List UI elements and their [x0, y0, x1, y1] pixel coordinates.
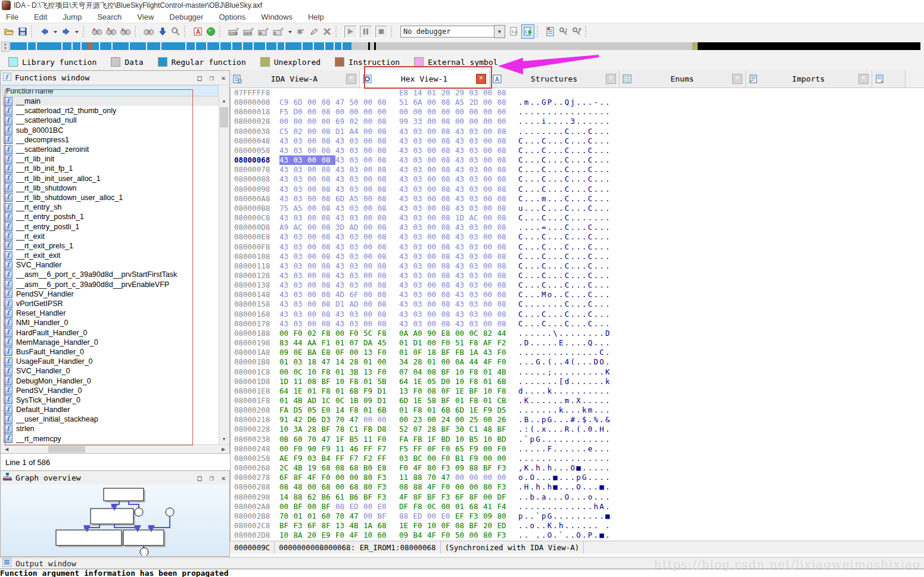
hex-byte[interactable]: 90 — [307, 444, 322, 454]
hex-byte[interactable]: 00 — [307, 213, 322, 223]
hex-byte[interactable]: 08 — [322, 98, 336, 107]
hex-byte[interactable]: 00 — [427, 252, 441, 261]
search-symbol-icon[interactable]: s — [170, 25, 182, 38]
hex-byte[interactable]: 00 — [307, 290, 322, 300]
hex-byte[interactable]: 43 — [399, 223, 413, 232]
hex-byte[interactable]: 08 — [378, 319, 392, 329]
hex-byte[interactable]: 03 — [294, 232, 308, 242]
hex-byte[interactable]: DA — [363, 338, 378, 348]
hex-byte[interactable]: 47 — [350, 511, 364, 521]
hex-byte[interactable]: 00 — [483, 223, 497, 232]
debug-pause-icon[interactable] — [359, 25, 372, 38]
hex-byte[interactable]: 03 — [413, 213, 428, 223]
hex-byte[interactable]: 3D — [335, 223, 350, 232]
hex-byte[interactable]: 03 — [350, 232, 364, 242]
hex-byte[interactable]: 04 — [413, 367, 428, 377]
hex-byte[interactable]: 00 — [363, 107, 378, 117]
hex-byte[interactable]: 41 — [483, 502, 497, 511]
hex-byte[interactable]: F0 — [497, 348, 512, 357]
hex-byte[interactable]: 00 — [335, 473, 350, 482]
hex-byte[interactable]: 08 — [322, 319, 336, 329]
hex-byte[interactable]: 10 — [455, 367, 469, 377]
hex-byte[interactable]: AF — [483, 338, 497, 348]
hex-byte[interactable]: 08 — [497, 261, 512, 271]
hex-byte[interactable]: 43 — [399, 146, 413, 155]
hex-byte[interactable]: 43 — [279, 155, 294, 165]
hex-byte[interactable]: 03 — [469, 194, 484, 204]
hex-byte[interactable]: 43 — [279, 280, 294, 290]
hex-byte[interactable]: 00 — [469, 117, 484, 126]
hex-byte[interactable]: 61 — [335, 492, 350, 502]
hex-byte[interactable]: 03 — [413, 194, 428, 204]
hex-byte[interactable]: 03 — [350, 165, 364, 174]
close-icon[interactable]: ✕ — [217, 474, 229, 482]
hex-byte[interactable]: D8 — [378, 425, 392, 434]
hex-byte[interactable]: 43 — [399, 271, 413, 280]
hex-byte[interactable]: 00 — [483, 271, 497, 280]
hex-byte[interactable]: A5 — [294, 204, 308, 213]
hex-byte[interactable]: 1B — [350, 396, 364, 406]
hex-byte[interactable]: 33 — [413, 117, 428, 126]
hex-byte[interactable]: 08 — [378, 223, 392, 232]
hex-byte[interactable]: 47 — [441, 473, 456, 482]
hex-byte[interactable]: 03 — [469, 146, 484, 155]
hex-byte[interactable]: FF — [363, 444, 378, 454]
hex-byte[interactable]: 00 — [307, 502, 322, 511]
hex-byte[interactable]: 03 — [307, 454, 322, 463]
hex-byte[interactable]: 48 — [294, 482, 308, 492]
hex-byte[interactable]: 43 — [279, 136, 294, 146]
hex-byte[interactable]: D0 — [441, 377, 456, 386]
hex-byte[interactable]: F0 — [294, 329, 308, 338]
hex-byte[interactable]: 08 — [378, 290, 392, 300]
hex-byte[interactable]: 43 — [399, 204, 413, 213]
hex-byte[interactable]: F2 — [497, 338, 512, 348]
hex-byte[interactable]: 8F — [413, 492, 428, 502]
function-list-item[interactable]: f__rt_lib_shutdown — [2, 183, 219, 193]
hex-byte[interactable]: 08 — [441, 223, 456, 232]
hex-byte[interactable]: 00 — [363, 146, 378, 155]
hex-byte[interactable]: 03 — [294, 319, 308, 329]
hex-byte[interactable]: 4F — [427, 482, 441, 492]
hex-byte[interactable]: 01 — [335, 386, 350, 396]
hex-byte[interactable]: 43 — [335, 155, 350, 165]
hex-byte[interactable]: 03 — [469, 290, 484, 300]
hex-byte[interactable]: 2C — [279, 463, 294, 473]
function-list-item[interactable]: f__rt_memcpy — [2, 434, 219, 444]
hex-byte[interactable]: 88 — [469, 463, 484, 473]
hex-byte[interactable]: 03 — [294, 155, 308, 165]
hex-byte[interactable]: F3 — [378, 473, 392, 482]
hex-byte[interactable]: 03 — [350, 174, 364, 184]
hex-byte[interactable]: F9 — [363, 386, 378, 396]
hex-byte[interactable]: 03 — [469, 271, 484, 280]
hex-byte[interactable]: 08 — [497, 98, 512, 107]
hex-byte[interactable]: 4F — [413, 463, 428, 473]
hex-byte[interactable]: 08 — [497, 319, 512, 329]
hex-byte[interactable]: 08 — [497, 223, 512, 232]
hex-byte[interactable]: 01 — [483, 367, 497, 377]
hex-byte[interactable]: 6F — [307, 521, 322, 531]
hex-byte[interactable]: 08 — [497, 88, 512, 98]
function-list-item[interactable]: f__rt_entry_postsh_1 — [2, 212, 219, 222]
hex-byte[interactable]: 18 — [427, 348, 441, 357]
hex-byte[interactable]: D1 — [413, 338, 428, 348]
hex-byte[interactable]: 3A — [294, 425, 308, 434]
hex-byte[interactable]: BF — [279, 521, 294, 531]
hex-byte[interactable]: BF — [441, 425, 456, 434]
hex-byte[interactable]: 03 — [413, 232, 428, 242]
hex-byte[interactable]: 28 — [307, 425, 322, 434]
function-list-item[interactable]: f__rt_exit_exit — [2, 251, 219, 260]
hex-byte[interactable]: F8 — [469, 367, 484, 377]
hex-byte[interactable]: 00 — [427, 310, 441, 319]
hex-byte[interactable]: 03 — [294, 213, 308, 223]
function-list-item[interactable]: fHardFault_Handler_0 — [2, 328, 219, 338]
hex-byte[interactable]: 43 — [455, 174, 469, 184]
hex-byte[interactable]: BF — [427, 492, 441, 502]
hex-byte[interactable]: 01 — [399, 338, 413, 348]
hex-byte[interactable]: 43 — [455, 319, 469, 329]
hex-byte[interactable]: 68 — [469, 502, 484, 511]
close-icon[interactable]: ✕ — [217, 74, 229, 82]
hex-byte[interactable]: 43 — [279, 310, 294, 319]
hex-byte[interactable]: 00 — [469, 482, 484, 492]
hex-byte[interactable]: F9 — [483, 406, 497, 415]
hex-byte[interactable]: 43 — [335, 213, 350, 223]
